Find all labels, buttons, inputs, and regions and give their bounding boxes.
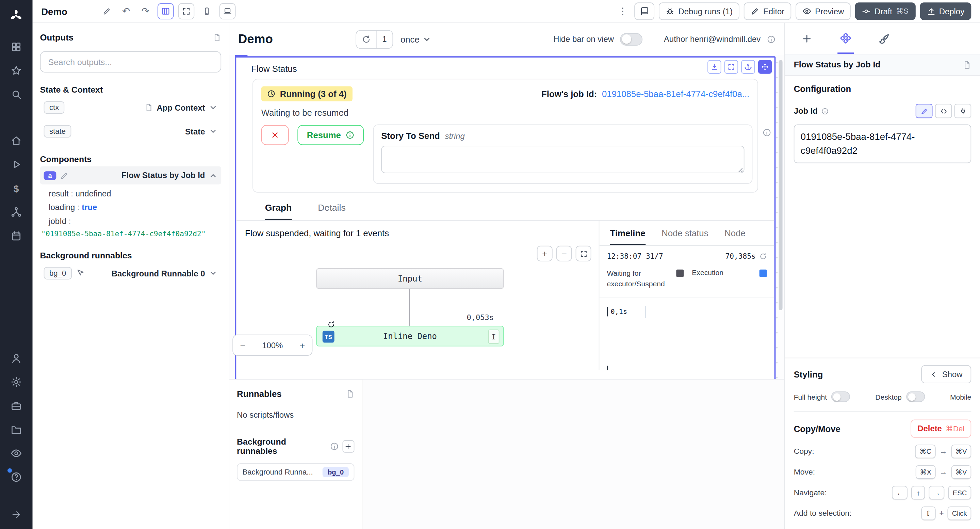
full-height-toggle[interactable] [831, 392, 850, 402]
add-runnable-button[interactable] [342, 440, 355, 453]
debug-runs-label: Debug runs (1) [679, 6, 733, 16]
rail-runs[interactable] [5, 153, 28, 176]
fullscreen-button[interactable] [724, 60, 738, 73]
rail-collapse[interactable] [5, 503, 28, 527]
graph-node-inline-deno[interactable]: TS Inline Deno I [316, 326, 504, 347]
tab-node[interactable]: Node [724, 228, 745, 245]
component-row-a[interactable]: a Flow Status by Job Id [40, 166, 221, 185]
info-icon[interactable] [762, 128, 772, 137]
pencil-icon[interactable] [60, 171, 69, 180]
edit-title-button[interactable] [99, 4, 114, 19]
bg-runnable-row[interactable]: bg_0 Background Runnable 0 [40, 263, 221, 284]
center-layout-button[interactable] [157, 3, 173, 19]
undo-button[interactable]: ↶ [118, 4, 134, 19]
node-suffix-badge: I [488, 330, 499, 344]
tab-node-status[interactable]: Node status [662, 228, 708, 245]
mobile-view-button[interactable] [199, 3, 215, 19]
graph-viewport[interactable]: Flow suspended, waiting for 1 events + −… [236, 221, 598, 370]
debug-runs-button[interactable]: Debug runs (1) [659, 2, 740, 20]
move-button[interactable] [758, 60, 772, 73]
refresh-icon[interactable] [356, 30, 376, 48]
eval-input-button[interactable] [935, 104, 952, 118]
kv-jobid: jobId : [49, 215, 221, 228]
selected-component-frame[interactable]: a Flow Status Running (3 of 4) Flow's jo… [235, 56, 776, 379]
doc-icon[interactable] [212, 33, 221, 42]
bg-runnable-label: Background Runnable 0 [111, 269, 205, 278]
windmill-logo-icon[interactable] [7, 6, 25, 25]
rail-settings[interactable] [5, 370, 28, 394]
story-textarea[interactable] [381, 146, 744, 173]
desktop-toggle[interactable] [906, 392, 925, 402]
more-menu-button[interactable]: ⋮ [615, 4, 630, 19]
rail-users[interactable] [5, 347, 28, 370]
zoom-out-button[interactable]: − [556, 246, 572, 261]
bg-runnable-item[interactable]: Background Runna... bg_0 [237, 463, 354, 481]
doc-icon[interactable] [346, 389, 355, 398]
info-icon[interactable] [767, 35, 776, 43]
resume-button[interactable]: Resume [298, 125, 364, 145]
graph-node-input[interactable]: Input [316, 268, 504, 289]
legend-waiting-line1: Waiting for [607, 269, 641, 277]
rail-search[interactable] [5, 82, 28, 106]
rail-audit-logs[interactable] [5, 441, 28, 465]
static-input-button[interactable] [916, 104, 933, 118]
tab-styling[interactable] [876, 23, 892, 54]
rail-home[interactable] [5, 129, 28, 153]
draft-button[interactable]: Draft⌘S [855, 2, 915, 20]
tab-graph[interactable]: Graph [265, 202, 292, 220]
rail-favorites[interactable] [5, 59, 28, 83]
fullwidth-layout-button[interactable] [178, 3, 194, 19]
code-icon [940, 107, 947, 115]
graph-zoom-out[interactable]: − [240, 340, 245, 350]
search-outputs-input[interactable] [40, 51, 221, 73]
connect-input-button[interactable] [955, 104, 972, 118]
canvas-scrollbar[interactable] [779, 60, 783, 310]
expand-content-button[interactable] [708, 60, 721, 73]
hide-bar-label: Hide bar on view [553, 34, 614, 44]
rail-help[interactable] [5, 465, 28, 489]
job-id-input[interactable]: 0191085e-5baa-81ef-4774-c9ef4f0a92d2 [794, 124, 972, 163]
anchor-button[interactable] [741, 60, 755, 73]
preview-button[interactable]: Preview [795, 2, 851, 20]
flow-job-id-link[interactable]: 0191085e-5baa-81ef-4774-c9ef4f0a... [602, 89, 749, 99]
key-click: Click [948, 507, 972, 520]
rail-schedules[interactable] [5, 224, 28, 248]
rail-folders[interactable] [5, 418, 28, 441]
tab-component-settings[interactable] [837, 23, 854, 54]
rail-workers[interactable] [5, 394, 28, 418]
delete-button[interactable]: Delete⌘Del [911, 419, 971, 437]
tab-timeline[interactable]: Timeline [610, 228, 646, 245]
configuration-title: Configuration [794, 84, 972, 94]
close-icon [270, 131, 279, 140]
tab-details[interactable]: Details [318, 202, 345, 220]
rail-variables[interactable]: $ [5, 176, 28, 200]
ctx-row[interactable]: ctx App Context [40, 97, 221, 118]
kv-loading: loading : true [49, 201, 221, 215]
timeline-row-clipped [607, 366, 608, 370]
refresh-control[interactable]: 1 [355, 30, 393, 48]
rail-resources[interactable] [5, 200, 28, 224]
schedule-dropdown[interactable]: once [401, 34, 431, 44]
docs-button[interactable] [635, 2, 655, 20]
hide-bar-toggle[interactable] [620, 33, 643, 45]
deploy-button[interactable]: Deploy [920, 2, 971, 20]
fit-view-button[interactable] [576, 246, 592, 261]
show-styling-button[interactable]: Show [921, 365, 971, 383]
tab-insert-component[interactable] [799, 23, 815, 54]
state-row[interactable]: state State [40, 121, 221, 142]
zoom-in-button[interactable]: + [537, 246, 553, 261]
graph-zoom-in[interactable]: + [299, 340, 305, 350]
rail-apps[interactable] [5, 35, 28, 59]
page-title: Demo [238, 32, 273, 46]
eye-icon [803, 7, 811, 16]
editor-button[interactable]: Editor [744, 2, 791, 20]
redo-button[interactable]: ↷ [138, 4, 153, 19]
info-icon[interactable] [821, 107, 829, 115]
desktop-view-button[interactable] [219, 3, 235, 19]
canvas[interactable]: a Flow Status Running (3 of 4) Flow's jo… [229, 55, 784, 379]
help-icon [11, 472, 22, 483]
doc-icon[interactable] [963, 60, 972, 69]
home-icon [11, 135, 22, 147]
info-icon[interactable] [330, 442, 339, 451]
cancel-button[interactable] [261, 125, 289, 145]
